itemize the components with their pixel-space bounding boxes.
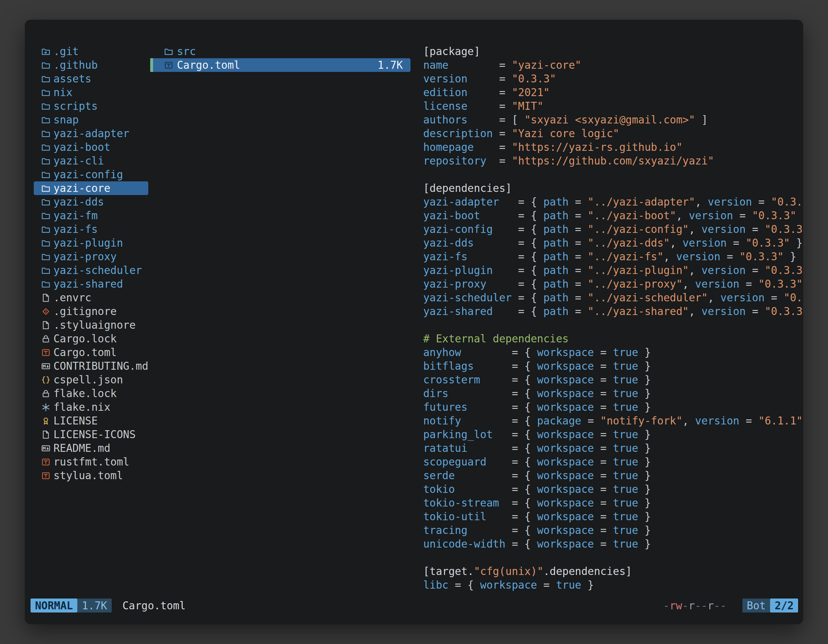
file-name: nix xyxy=(53,86,72,99)
git-diamond-icon xyxy=(41,306,51,317)
file-name: README.md xyxy=(53,441,110,455)
file-row[interactable]: yazi-fs xyxy=(34,223,148,236)
preview-line: yazi-config = { path = "../yazi-config",… xyxy=(423,223,803,236)
preview-line: crossterm = { workspace = true } xyxy=(423,373,803,387)
folder-icon xyxy=(41,279,51,289)
file-row[interactable]: yazi-core xyxy=(34,181,148,195)
preview-line: tracing = { workspace = true } xyxy=(423,523,803,537)
file-row[interactable]: yazi-plugin xyxy=(34,236,148,250)
file-row[interactable]: Cargo.toml xyxy=(34,346,148,359)
current-pane[interactable]: srcCargo.toml1.7K xyxy=(150,45,411,595)
file-name: .github xyxy=(53,58,98,72)
file-row[interactable]: yazi-dds xyxy=(34,195,148,209)
file-name: CONTRIBUTING.md xyxy=(53,359,148,373)
file-row[interactable]: LICENSE-ICONS xyxy=(34,428,148,441)
json-icon xyxy=(41,375,51,385)
preview-line: authors = [ "sxyazi <sxyazi@gmail.com>" … xyxy=(423,113,803,127)
file-manager-panes: .git.githubassetsnixscriptssnapyazi-adap… xyxy=(25,45,803,595)
file-row[interactable]: Cargo.toml1.7K xyxy=(150,58,411,72)
lock-icon xyxy=(41,389,51,399)
size-badge: 1.7K xyxy=(77,599,111,613)
status-bar: NORMAL 1.7K Cargo.toml -rw-r--r-- Bot 2/… xyxy=(25,598,803,613)
file-name: yazi-shared xyxy=(53,277,123,291)
folder-icon xyxy=(41,238,51,248)
file-row[interactable]: yazi-adapter xyxy=(34,127,148,140)
preview-line: yazi-boot = { path = "../yazi-boot", ver… xyxy=(423,209,803,223)
page-badge: 2/2 xyxy=(770,599,798,613)
file-name: rustfmt.toml xyxy=(53,455,129,469)
preview-line: dirs = { workspace = true } xyxy=(423,387,803,400)
parent-pane[interactable]: .git.githubassetsnixscriptssnapyazi-adap… xyxy=(25,45,150,595)
preview-line: bitflags = { workspace = true } xyxy=(423,359,803,373)
markdown-icon xyxy=(41,443,51,453)
preview-line: futures = { workspace = true } xyxy=(423,400,803,414)
file-row[interactable]: flake.nix xyxy=(34,400,148,414)
file-row[interactable]: nix xyxy=(34,86,148,99)
file-row[interactable]: rustfmt.toml xyxy=(34,455,148,469)
file-name: src xyxy=(177,45,196,58)
file-row[interactable]: .envrc xyxy=(34,291,148,304)
file-row[interactable]: yazi-scheduler xyxy=(34,263,148,277)
file-name: .git xyxy=(53,45,78,58)
file-name: yazi-boot xyxy=(53,140,110,154)
file-row[interactable]: yazi-shared xyxy=(34,277,148,291)
folder-icon xyxy=(163,47,174,56)
file-row[interactable]: LICENSE xyxy=(34,414,148,428)
file-row[interactable]: CONTRIBUTING.md xyxy=(34,359,148,373)
file-name: flake.nix xyxy=(53,400,110,414)
file-name: .gitignore xyxy=(53,304,117,318)
file-row[interactable]: src xyxy=(150,45,411,58)
preview-line: license = "MIT" xyxy=(423,99,803,113)
folder-icon xyxy=(41,60,51,71)
file-row[interactable]: .github xyxy=(34,58,148,72)
preview-line: ratatui = { workspace = true } xyxy=(423,441,803,455)
file-name: .styluaignore xyxy=(53,318,136,332)
file-row[interactable]: yazi-config xyxy=(34,168,148,181)
preview-line: serde = { workspace = true } xyxy=(423,469,803,483)
file-name: yazi-cli xyxy=(53,154,104,168)
file-row[interactable]: yazi-cli xyxy=(34,154,148,168)
file-row[interactable]: .git xyxy=(34,45,148,58)
file-row[interactable]: snap xyxy=(34,113,148,127)
file-row[interactable]: scripts xyxy=(34,99,148,113)
file-row[interactable]: yazi-boot xyxy=(34,140,148,154)
award-icon xyxy=(41,416,51,426)
preview-line: tokio-util = { workspace = true } xyxy=(423,510,803,523)
preview-line: description = "Yazi core logic" xyxy=(423,127,803,140)
file-row[interactable]: cspell.json xyxy=(34,373,148,387)
preview-line: tokio = { workspace = true } xyxy=(423,483,803,496)
file-row[interactable]: Cargo.lock xyxy=(34,332,148,346)
file-name: LICENSE xyxy=(53,414,98,428)
file-name: yazi-core xyxy=(53,181,110,195)
preview-pane[interactable]: [package]name = "yazi-core"version = "0.… xyxy=(411,45,803,595)
file-row[interactable]: .styluaignore xyxy=(34,318,148,332)
file-row[interactable]: yazi-fm xyxy=(34,209,148,223)
file-row[interactable]: assets xyxy=(34,72,148,86)
file-icon xyxy=(41,293,51,303)
mode-badge: NORMAL xyxy=(31,599,77,613)
preview-line: libc = { workspace = true } xyxy=(423,578,803,592)
file-name: scripts xyxy=(53,99,98,113)
file-name: Cargo.toml xyxy=(53,346,117,359)
file-row[interactable]: README.md xyxy=(34,441,148,455)
file-row[interactable]: yazi-proxy xyxy=(34,250,148,263)
file-size: 1.7K xyxy=(378,58,403,72)
nix-icon xyxy=(41,402,51,412)
folder-icon xyxy=(41,115,51,125)
file-row[interactable]: flake.lock xyxy=(34,387,148,400)
file-row[interactable]: .gitignore xyxy=(34,304,148,318)
preview-line: scopeguard = { workspace = true } xyxy=(423,455,803,469)
file-name: Cargo.lock xyxy=(53,332,117,346)
file-row[interactable]: stylua.toml xyxy=(34,469,148,483)
preview-line: repository = "https://github.com/sxyazi/… xyxy=(423,154,803,168)
terminal-window: .git.githubassetsnixscriptssnapyazi-adap… xyxy=(25,20,803,624)
preview-line: yazi-plugin = { path = "../yazi-plugin",… xyxy=(423,263,803,277)
preview-line: [target."cfg(unix)".dependencies] xyxy=(423,564,803,578)
git-folder-icon xyxy=(41,47,51,56)
preview-line xyxy=(423,168,803,181)
file-permissions: -rw-r--r-- xyxy=(663,599,726,612)
status-filename: Cargo.toml xyxy=(122,599,186,612)
toml-icon xyxy=(41,471,51,481)
preview-line: notify = { package = "notify-fork", vers… xyxy=(423,414,803,428)
preview-line: parking_lot = { workspace = true } xyxy=(423,428,803,441)
